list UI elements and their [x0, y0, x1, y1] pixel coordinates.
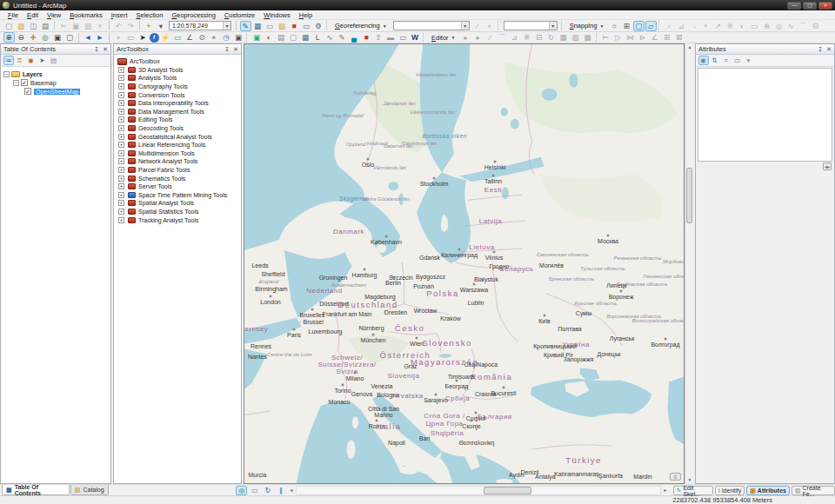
menu-view[interactable]: View [43, 11, 65, 19]
map-canvas[interactable]: Västerbottens länTrøndelagJämtlands länV… [244, 43, 685, 484]
toolbox-item[interactable]: +Parcel Fabric Tools [116, 166, 241, 175]
list-by-drawing-order-icon[interactable]: ≔ [3, 56, 14, 65]
show-attributes-icon[interactable]: ◉ [698, 56, 709, 65]
maximize-button[interactable]: ▢ [803, 2, 817, 10]
attributes-close-icon[interactable]: ✕ [826, 45, 832, 54]
python-window-icon[interactable]: ▭ [301, 21, 312, 31]
clip-tool-icon[interactable]: ⊟ [810, 21, 821, 31]
expand-icon[interactable]: + [118, 176, 124, 182]
image-analysis-icon[interactable]: ▣ [251, 32, 263, 43]
sketch-properties-icon[interactable]: ▧ [570, 32, 581, 43]
toolbox-item[interactable]: +3D Analyst Tools [116, 66, 241, 75]
split-tool-icon[interactable]: → [688, 21, 699, 31]
refresh-view-icon[interactable]: ↻ [262, 486, 273, 495]
scroll-right-icon[interactable]: ► [662, 487, 670, 493]
validate-topology-icon[interactable]: ⋈ [625, 32, 636, 43]
toc-layers-row[interactable]: − Layers [3, 70, 110, 78]
menu-selection[interactable]: Selection [132, 11, 168, 19]
fixed-zoom-out-icon[interactable]: ▢ [64, 32, 76, 43]
map-horizontal-scrollbar[interactable]: ◎▭↻∥ ◄ ► [235, 485, 669, 495]
create-features-window-icon[interactable]: ▩ [582, 32, 593, 43]
edit-sketch-tab[interactable]: ✎Edit Sket... [673, 486, 714, 495]
select-elements-icon[interactable]: ➤ [137, 32, 149, 43]
expand-icon[interactable]: + [118, 100, 124, 106]
georeferencing-layer-combo[interactable]: ▾ [393, 21, 470, 30]
delete-icon[interactable]: × [95, 21, 106, 31]
toc-options-icon[interactable]: ▤ [49, 56, 59, 65]
toolbox-item[interactable]: +Cartography Tools [116, 83, 241, 91]
expand-icon[interactable]: + [118, 67, 124, 73]
menu-edit[interactable]: Edit [23, 11, 43, 19]
add-data-icon[interactable]: + [144, 21, 155, 31]
editor-menu-dropdown[interactable]: Editor▼ [428, 34, 459, 42]
hyperlink-icon[interactable]: ⚡ [160, 32, 171, 43]
raster-layer-b-icon[interactable]: ▢ [288, 32, 299, 43]
raster-bar-icon[interactable]: ▬ [385, 32, 397, 43]
toolbox-item[interactable]: +Analysis Tools [116, 74, 241, 83]
arcscan-icon[interactable]: W [410, 32, 421, 43]
scroll-up-icon[interactable]: ▲ [685, 43, 694, 51]
fix-error-tool-icon[interactable]: ⊳ [637, 32, 648, 43]
undo-icon[interactable]: ↶ [113, 21, 124, 31]
map-scale-combo[interactable]: 1:20,578,249▾ [169, 21, 231, 30]
toolbox-item[interactable]: +Geocoding Tools [116, 124, 241, 133]
straight-segment-icon[interactable]: ∕ [484, 32, 496, 43]
identify-tab[interactable]: iIdentify [715, 486, 745, 495]
toc-openstreetmap-row[interactable]: ✓ OpenStreetMap [3, 87, 110, 96]
menu-file[interactable]: File [3, 11, 23, 19]
trace-tool-icon[interactable]: ↗ [712, 21, 724, 31]
measure-icon[interactable]: ∠ [184, 32, 196, 43]
scroll-left-icon[interactable]: ◄ [287, 487, 295, 493]
toc-close-icon[interactable]: ✕ [103, 45, 108, 54]
cut-polygons-icon[interactable]: ⊿ [676, 21, 687, 31]
cut-icon[interactable]: ✂ [58, 21, 70, 31]
snapping-menu-dropdown[interactable]: Snapping▼ [566, 22, 608, 30]
generalize-tool-icon[interactable]: ∿ [785, 21, 797, 31]
union-tool-icon[interactable]: ⊕ [761, 21, 772, 31]
list-by-source-icon[interactable]: ≣ [15, 56, 25, 65]
toolbox-item[interactable]: +Geostatistical Analyst Tools [116, 132, 241, 141]
raster-l-icon[interactable]: L [312, 32, 324, 43]
chevron-down-icon[interactable]: ▾ [223, 22, 230, 30]
menu-geoprocessing[interactable]: Geoprocessing [167, 11, 219, 19]
add-basemap-icon[interactable]: ▭ [264, 21, 276, 31]
open-document-icon[interactable]: ▨ [16, 21, 27, 31]
arccatalog-icon[interactable]: ▧ [277, 21, 288, 31]
paste-icon[interactable]: ▥ [83, 21, 94, 31]
expand-icon[interactable]: + [118, 109, 124, 115]
save-document-icon[interactable]: ◫ [28, 21, 39, 31]
expand-icon[interactable]: + [118, 158, 124, 164]
end-snapping-icon[interactable]: ⊞ [621, 21, 632, 31]
menu-insert[interactable]: Insert [107, 11, 132, 19]
reshape-feature-icon[interactable]: ▫ [664, 21, 675, 31]
generalize-edit-icon[interactable]: ⊠ [673, 32, 685, 43]
html-popup-icon[interactable]: ▭ [172, 32, 184, 43]
layer-effects-combo[interactable]: ▾ [504, 21, 558, 30]
georef-fit-icon[interactable]: ◐ [264, 32, 275, 43]
fillet-tool-icon[interactable]: + [700, 21, 711, 31]
expand-icon[interactable]: + [118, 75, 124, 81]
menu-help[interactable]: Help [295, 11, 317, 19]
redo-icon[interactable]: ↷ [125, 21, 137, 31]
go-back-extent-icon[interactable]: ◄ [83, 32, 94, 43]
chevron-down-icon[interactable]: ▾ [461, 22, 469, 30]
error-inspector-icon[interactable]: ∠ [649, 32, 660, 43]
pause-drawing-icon[interactable]: ∥ [275, 486, 286, 495]
create-features-tab[interactable]: ▧Create Fe... [792, 486, 835, 495]
toolbox-item[interactable]: +Linear Referencing Tools [116, 141, 241, 149]
find-icon[interactable]: ⊙ [197, 32, 208, 43]
toc-basemap-row[interactable]: − ✓ Basemap [3, 78, 110, 87]
attributes-pin-icon[interactable]: ↧ [818, 45, 823, 54]
split-feature-icon[interactable]: ⊟ [533, 32, 544, 43]
toc-pin-icon[interactable]: ↧ [94, 45, 99, 54]
proportion-tool-icon[interactable]: ※ [725, 21, 736, 31]
toolbox-item[interactable]: +Schematics Tools [116, 174, 241, 182]
expand-icon[interactable]: + [118, 209, 124, 215]
select-features-icon[interactable]: ▫ [113, 32, 124, 43]
expand-icon[interactable]: + [118, 200, 124, 206]
raster-histogram-icon[interactable]: ▄ [349, 32, 360, 43]
raster-curve-icon[interactable]: ∿ [324, 32, 336, 43]
expand-icon[interactable]: + [118, 134, 124, 140]
horizontal-scroll-thumb[interactable] [484, 487, 531, 494]
data-view-icon[interactable]: ◎ [236, 486, 247, 495]
